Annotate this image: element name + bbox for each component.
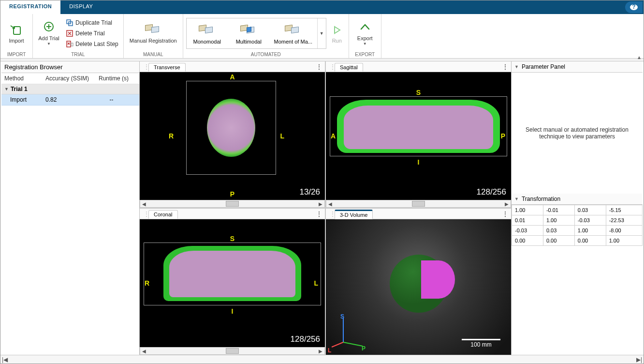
import-button[interactable]: Import <box>3 18 29 48</box>
ribbon-group-manual: Manual Registration MANUAL <box>124 14 183 58</box>
registration-browser-panel: Registration Browser Method Accuracy (SS… <box>1 61 140 355</box>
export-button[interactable]: Export ▼ <box>352 18 378 48</box>
import-label: Import <box>9 38 24 44</box>
tab-display[interactable]: DISPLAY <box>60 0 102 14</box>
view-transverse-canvas[interactable]: A P R L 13/26 <box>140 72 325 200</box>
group-title-export: EXPORT <box>352 51 378 58</box>
view-3d-tab[interactable]: 3-D Volume <box>335 210 373 219</box>
registration-browser-title: Registration Browser <box>1 61 139 73</box>
multimodal-button[interactable]: Multimodal <box>228 18 270 48</box>
moment-label: Moment of Ma... <box>274 39 312 45</box>
export-label: Export <box>357 35 373 41</box>
multimodal-label: Multimodal <box>236 39 262 45</box>
view-3d-menu[interactable]: ⋮ <box>500 211 510 217</box>
add-trial-label: Add Trial <box>38 35 59 41</box>
transformation-panel-title: Transformation <box>522 196 560 202</box>
view-3d-volume: ⋮ 3-D Volume ⋮ S L P <box>326 209 511 355</box>
view-coronal: ⋮ Coronal ⋮ S I R L 128/256 ◀▶ <box>140 209 325 355</box>
add-trial-button[interactable]: Add Trial ▼ <box>36 18 62 48</box>
right-panels: ▼ Parameter Panel Select manual or autom… <box>511 61 643 355</box>
tab-registration[interactable]: REGISTRATION <box>0 0 60 14</box>
coronal-scrollbar[interactable]: ◀▶ <box>140 347 325 355</box>
monomodal-icon <box>199 22 215 39</box>
trial-row[interactable]: ▼ Trial 1 <box>1 84 139 94</box>
main-tabstrip: REGISTRATION DISPLAY ? <box>0 0 644 14</box>
axis-a: A <box>230 73 234 81</box>
axis3d-l: L <box>328 347 331 354</box>
view-sagittal-menu[interactable]: ⋮ <box>500 63 510 70</box>
axis-i: I <box>418 158 420 166</box>
monomodal-button[interactable]: Monomodal <box>187 18 228 48</box>
workspace: Registration Browser Method Accuracy (SS… <box>1 61 643 355</box>
parameter-panel-title: Parameter Panel <box>522 63 565 70</box>
view-coronal-menu[interactable]: ⋮ <box>314 211 324 217</box>
table-row: -0.030.031.00-8.00 <box>512 225 643 235</box>
add-trial-icon <box>43 21 55 34</box>
group-title-trial: TRIAL <box>36 51 120 58</box>
group-title-import: IMPORT <box>3 51 29 58</box>
monomodal-label: Monomodal <box>193 39 220 45</box>
add-trial-dropdown-icon: ▼ <box>47 42 51 46</box>
moment-of-mass-button[interactable]: Moment of Ma... <box>270 18 317 48</box>
parameter-panel-header[interactable]: ▼ Parameter Panel <box>512 61 643 73</box>
trial-caret-icon: ▼ <box>4 87 9 91</box>
sagittal-slice-count: 128/256 <box>477 187 506 197</box>
import-icon <box>10 23 23 37</box>
axis-p: P <box>230 190 234 198</box>
axis3d-s: S <box>340 313 344 320</box>
browser-header: Method Accuracy (SSIM) Runtime (s) <box>1 73 139 84</box>
transformation-matrix: 1.00-0.010.03-5.15 0.011.00-0.03-22.53 -… <box>512 205 643 246</box>
method-runtime: -- <box>87 96 136 103</box>
axis3d-p: P <box>362 345 366 352</box>
param-caret-icon: ▼ <box>514 64 519 69</box>
export-icon <box>359 21 371 34</box>
parameter-panel-body: Select manual or automated registration … <box>512 73 643 194</box>
manual-registration-label: Manual Registration <box>130 38 177 44</box>
svg-line-10 <box>332 342 343 347</box>
tform-caret-icon: ▼ <box>514 197 519 201</box>
view-transverse-tab[interactable]: Transverse <box>148 63 186 72</box>
group-title-automated: AUTOMATED <box>186 51 346 58</box>
sagittal-scrollbar[interactable]: ◀▶ <box>326 200 511 208</box>
collapse-ribbon-icon[interactable]: ▴ <box>638 54 641 61</box>
ribbon: Import IMPORT Add Trial ▼ Duplicate Tria… <box>0 14 644 59</box>
duplicate-trial-label: Duplicate Trial <box>75 19 112 26</box>
group-title-manual: MANUAL <box>127 51 180 58</box>
coronal-slice-count: 128/256 <box>291 334 320 344</box>
transverse-scrollbar[interactable]: ◀▶ <box>140 200 325 208</box>
view-3d-canvas[interactable]: S L P 100 mm <box>326 219 511 355</box>
axis-sag-p: P <box>501 132 505 140</box>
method-row-import[interactable]: Import 0.82 -- <box>1 94 139 106</box>
view-sagittal-tab[interactable]: Sagittal <box>335 63 363 72</box>
trial-name: Trial 1 <box>11 86 28 92</box>
delete-trial-button[interactable]: Delete Trial <box>64 29 120 38</box>
delete-trial-label: Delete Trial <box>75 30 105 37</box>
view-coronal-tab[interactable]: Coronal <box>148 210 178 219</box>
transformation-panel-header[interactable]: ▼ Transformation <box>512 194 643 205</box>
col-runtime: Runtime (s) <box>99 75 136 82</box>
duplicate-trial-button[interactable]: Duplicate Trial <box>64 18 120 28</box>
axis-cor-i: I <box>232 307 234 315</box>
delete-last-step-button[interactable]: Delete Last Step <box>64 39 120 49</box>
col-accuracy: Accuracy (SSIM) <box>45 75 99 82</box>
table-row: 0.000.000.001.00 <box>512 235 643 245</box>
document-scrollbar[interactable]: |◀ ▶| <box>0 355 644 364</box>
axis-sag-a: A <box>331 132 336 140</box>
table-row: 0.011.00-0.03-22.53 <box>512 215 643 225</box>
run-icon <box>332 23 342 37</box>
axis-l: L <box>280 132 284 140</box>
ribbon-group-import: Import IMPORT <box>0 14 33 58</box>
view-transverse-menu[interactable]: ⋮ <box>314 63 324 70</box>
help-button[interactable]: ? <box>625 1 643 13</box>
trial-actions-stack: Duplicate Trial Delete Trial Delete Last… <box>64 18 120 49</box>
manual-registration-icon <box>145 23 161 37</box>
view-sagittal-canvas[interactable]: S I A P 128/256 <box>326 72 511 200</box>
export-dropdown-icon: ▼ <box>363 42 367 46</box>
run-label: Run <box>332 38 342 44</box>
algorithm-dropdown[interactable]: ▼ <box>317 18 326 48</box>
manual-registration-button[interactable]: Manual Registration <box>127 18 180 48</box>
run-button: Run <box>328 18 346 48</box>
view-coronal-canvas[interactable]: S I R L 128/256 <box>140 219 325 347</box>
automated-gallery: Monomodal Multimodal Moment of Ma... ▼ <box>186 18 326 49</box>
parameter-panel-message: Select manual or automated registration … <box>517 126 637 140</box>
